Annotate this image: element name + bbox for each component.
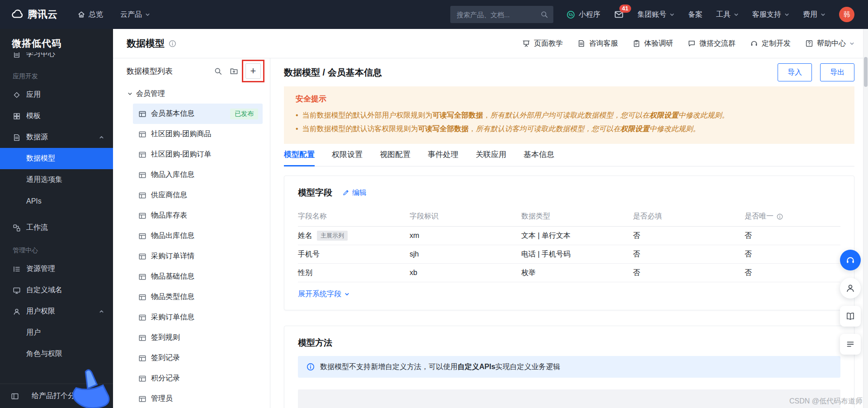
diamond-icon bbox=[13, 91, 21, 99]
tab-model-config[interactable]: 模型配置 bbox=[284, 149, 315, 166]
nav-miniprogram[interactable]: 小程序 bbox=[566, 10, 600, 19]
global-search-input[interactable] bbox=[450, 6, 553, 23]
flow-icon bbox=[13, 224, 21, 232]
chevron-down-icon bbox=[784, 12, 789, 17]
chat-icon bbox=[688, 39, 696, 47]
export-button[interactable]: 导出 bbox=[820, 63, 854, 81]
tree-item-selected[interactable]: 会员基本信息 已发布 bbox=[133, 104, 263, 124]
scrollbar-thumb[interactable] bbox=[864, 57, 868, 87]
model-fields-card: 模型字段 编辑 字段名称 字段标识 数据类型 是否必填 是否唯一 姓名主展示列 … bbox=[284, 176, 854, 310]
tab-view-config[interactable]: 视图配置 bbox=[380, 149, 410, 166]
header-link-survey[interactable]: 体验调研 bbox=[632, 39, 673, 48]
sidebar-item-apis[interactable]: APIs bbox=[0, 190, 113, 212]
nav-support[interactable]: 客服支持 bbox=[752, 10, 789, 19]
model-methods-card: 模型方法 数据模型不支持新增自定义方法，可以使用自定义APIs实现自定义业务逻辑 bbox=[284, 326, 854, 408]
sidebar-brand: 微搭低代码 bbox=[0, 29, 113, 52]
tab-permission-settings[interactable]: 权限设置 bbox=[332, 149, 363, 166]
user-icon bbox=[13, 308, 21, 316]
edit-fields-link[interactable]: 编辑 bbox=[342, 188, 367, 198]
sidebar-section-app-dev: 应用开发 bbox=[0, 64, 113, 84]
book-icon bbox=[845, 311, 855, 321]
tree-item[interactable]: 物品出库信息 bbox=[113, 226, 270, 246]
tree-item[interactable]: 积分记录 bbox=[113, 368, 270, 389]
online-support-button[interactable] bbox=[840, 250, 861, 270]
tree-item[interactable]: 签到规则 bbox=[113, 327, 270, 348]
docs-button[interactable] bbox=[840, 306, 861, 327]
page-title: 数据模型 bbox=[127, 37, 177, 50]
global-search bbox=[450, 6, 553, 23]
import-button[interactable]: 导入 bbox=[778, 63, 812, 81]
rate-product-button[interactable]: 给产品打个分 bbox=[32, 391, 86, 401]
sidebar-item-user-permission[interactable]: 用户权限 bbox=[0, 301, 113, 322]
sidebar-item-app[interactable]: 应用 bbox=[0, 84, 113, 105]
sidebar-item-users[interactable]: 用户 bbox=[0, 322, 113, 343]
tree-item[interactable]: 签到记录 bbox=[113, 348, 270, 368]
home-icon bbox=[77, 10, 85, 19]
chevron-up-icon bbox=[99, 135, 104, 140]
tree-item[interactable]: 社区团购-团购订单 bbox=[113, 144, 270, 165]
tencent-cloud-logo[interactable]: 腾讯云 bbox=[11, 8, 57, 21]
sidebar-clipped-row: 学习中心 bbox=[0, 52, 113, 64]
table-icon bbox=[138, 191, 146, 199]
chevron-down-icon bbox=[734, 12, 739, 17]
methods-card-title: 模型方法 bbox=[298, 337, 332, 349]
header-link-community[interactable]: 微搭交流群 bbox=[688, 39, 736, 48]
header-link-custom-dev[interactable]: 定制开发 bbox=[750, 39, 791, 48]
sidebar-item-learning[interactable]: 学习中心 bbox=[0, 52, 113, 64]
survey-button[interactable] bbox=[840, 334, 861, 355]
chevron-up-icon bbox=[99, 309, 104, 314]
sidebar-item-option-sets[interactable]: 通用选项集 bbox=[0, 169, 113, 190]
nav-tools[interactable]: 工具 bbox=[716, 10, 739, 19]
sidebar-item-workflow[interactable]: 工作流 bbox=[0, 217, 113, 238]
tree-item[interactable]: 物品入库信息 bbox=[113, 165, 270, 185]
feedback-button[interactable] bbox=[840, 278, 861, 299]
tree-item[interactable]: 供应商信息 bbox=[113, 185, 270, 205]
table-icon bbox=[138, 151, 146, 159]
avatar[interactable]: 韩 bbox=[839, 7, 854, 22]
header-link-help-center[interactable]: 帮助中心 bbox=[805, 39, 854, 48]
nav-support-label: 客服支持 bbox=[752, 10, 781, 19]
tab-basic-info[interactable]: 基本信息 bbox=[524, 149, 554, 166]
sidebar-item-custom-domain[interactable]: 自定义域名 bbox=[0, 280, 113, 301]
sidebar-item-resources[interactable]: 资源管理 bbox=[0, 258, 113, 280]
sidebar-item-template[interactable]: 模板 bbox=[0, 105, 113, 127]
tree-group-member-management[interactable]: 会员管理 bbox=[113, 84, 270, 104]
tab-event-handling[interactable]: 事件处理 bbox=[428, 149, 458, 166]
search-icon[interactable] bbox=[214, 67, 222, 76]
expand-system-fields-link[interactable]: 展开系统字段 bbox=[298, 289, 349, 299]
collapse-sidebar-icon[interactable] bbox=[11, 392, 19, 400]
table-icon bbox=[138, 293, 146, 301]
tree-item[interactable]: 物品基础信息 bbox=[113, 266, 270, 287]
tree-item[interactable]: 采购订单信息 bbox=[113, 307, 270, 327]
sidebar-item-datasource[interactable]: 数据源 bbox=[0, 127, 113, 148]
message-count-badge: 41 bbox=[619, 5, 631, 13]
tree-item[interactable]: 采购订单详情 bbox=[113, 246, 270, 266]
info-icon[interactable] bbox=[776, 213, 783, 220]
header-link-consult[interactable]: 咨询客服 bbox=[577, 39, 618, 48]
nav-group-account[interactable]: 集团账号 bbox=[637, 10, 675, 19]
new-folder-icon[interactable] bbox=[230, 67, 238, 76]
info-icon[interactable] bbox=[168, 39, 177, 48]
nav-overview[interactable]: 总览 bbox=[77, 10, 103, 19]
tree-item[interactable]: 管理员 bbox=[113, 389, 270, 408]
sidebar-footer: 给产品打个分 bbox=[0, 384, 113, 408]
add-model-button[interactable]: + bbox=[245, 63, 261, 79]
nav-beian[interactable]: 备案 bbox=[688, 10, 703, 19]
tab-linked-apps[interactable]: 关联应用 bbox=[476, 149, 506, 166]
tree-item[interactable]: 社区团购-团购商品 bbox=[113, 124, 270, 144]
survey-icon bbox=[632, 39, 641, 47]
nav-cloud-products[interactable]: 云产品 bbox=[120, 10, 150, 19]
table-icon bbox=[138, 171, 146, 179]
tree-item[interactable]: 物品库存表 bbox=[113, 205, 270, 226]
tree-item[interactable]: 物品类型信息 bbox=[113, 287, 270, 307]
model-tabs: 模型配置 权限设置 视图配置 事件处理 关联应用 基本信息 bbox=[284, 145, 854, 166]
watermark: CSDN @低代码布道师 bbox=[789, 397, 863, 406]
sidebar-item-roles[interactable]: 角色与权限 bbox=[0, 343, 113, 365]
nav-billing[interactable]: 费用 bbox=[803, 10, 826, 19]
nav-billing-label: 费用 bbox=[803, 10, 817, 19]
header-link-tutorial[interactable]: 页面教学 bbox=[522, 39, 563, 48]
search-icon[interactable] bbox=[540, 10, 548, 19]
table-icon bbox=[138, 395, 146, 403]
sidebar-item-data-model[interactable]: 数据模型 bbox=[0, 148, 113, 169]
nav-messages[interactable]: 41 bbox=[614, 9, 624, 19]
